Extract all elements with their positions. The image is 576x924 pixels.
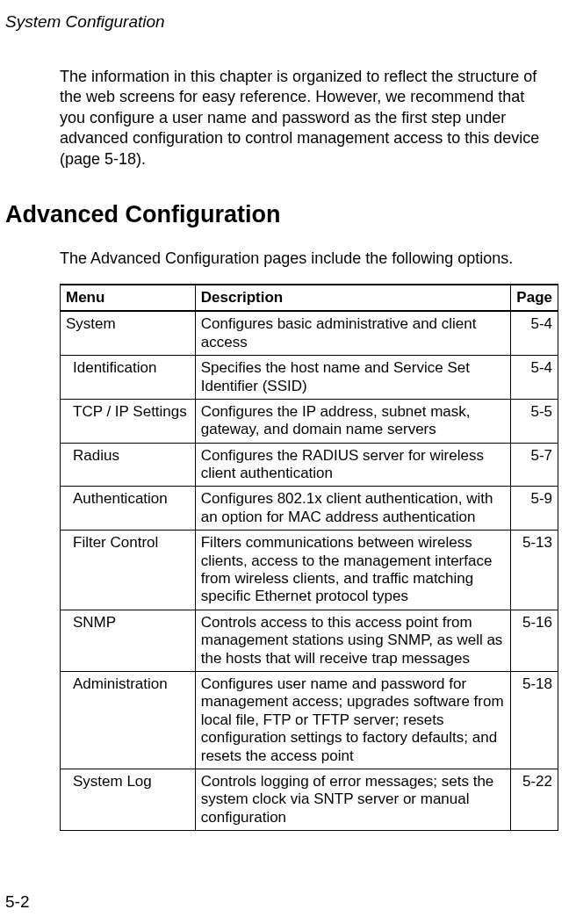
description-cell: Configures the IP address, subnet mask, … (195, 399, 511, 443)
table-row: SNMPControls access to this access point… (61, 610, 558, 671)
page-cell: 5-16 (511, 610, 558, 671)
description-cell: Filters communications between wireless … (195, 531, 511, 610)
header-page: Page (511, 285, 558, 311)
table-row: IdentificationSpecifies the host name an… (61, 356, 558, 400)
menu-cell: TCP / IP Settings (61, 399, 196, 443)
header-description: Description (195, 285, 511, 311)
page-cell: 5-18 (511, 671, 558, 769)
intro-paragraph: The information in this chapter is organ… (60, 67, 553, 170)
page-cell: 5-5 (511, 399, 558, 443)
menu-cell: Radius (61, 443, 196, 487)
table-row: RadiusConfigures the RADIUS server for w… (61, 443, 558, 487)
page-number: 5-2 (5, 892, 29, 912)
section-intro: The Advanced Configuration pages include… (60, 249, 553, 268)
menu-cell: Administration (61, 671, 196, 769)
menu-cell: Identification (61, 356, 196, 400)
menu-cell: System (61, 311, 196, 355)
page-cell: 5-4 (511, 311, 558, 355)
description-cell: Configures 802.1x client authentication,… (195, 487, 511, 531)
menu-cell: SNMP (61, 610, 196, 671)
options-table: Menu Description Page SystemConfigures b… (60, 284, 558, 831)
table-row: SystemConfigures basic administrative an… (61, 311, 558, 355)
table-row: AuthenticationConfigures 802.1x client a… (61, 487, 558, 531)
description-cell: Configures basic administrative and clie… (195, 311, 511, 355)
table-row: TCP / IP SettingsConfigures the IP addre… (61, 399, 558, 443)
page-header: System Configuration (5, 12, 558, 32)
menu-cell: System Log (61, 769, 196, 830)
page-cell: 5-13 (511, 531, 558, 610)
table-row: AdministrationConfigures user name and p… (61, 671, 558, 769)
description-cell: Specifies the host name and Service Set … (195, 356, 511, 400)
page-cell: 5-22 (511, 769, 558, 830)
page-cell: 5-4 (511, 356, 558, 400)
page-cell: 5-7 (511, 443, 558, 487)
page-cell: 5-9 (511, 487, 558, 531)
menu-cell: Authentication (61, 487, 196, 531)
table-header-row: Menu Description Page (61, 285, 558, 311)
header-menu: Menu (61, 285, 196, 311)
description-cell: Configures the RADIUS server for wireles… (195, 443, 511, 487)
menu-cell: Filter Control (61, 531, 196, 610)
description-cell: Configures user name and password for ma… (195, 671, 511, 769)
table-row: System LogControls logging of error mess… (61, 769, 558, 830)
description-cell: Controls logging of error messages; sets… (195, 769, 511, 830)
description-cell: Controls access to this access point fro… (195, 610, 511, 671)
table-row: Filter ControlFilters communications bet… (61, 531, 558, 610)
section-heading: Advanced Configuration (5, 201, 558, 228)
